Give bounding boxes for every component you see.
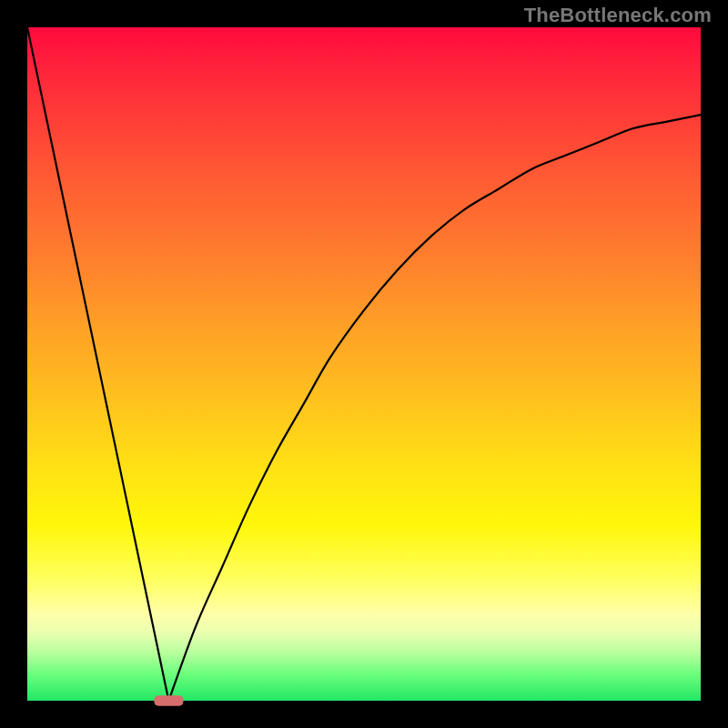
bottleneck-marker — [155, 696, 183, 705]
watermark-text: TheBottleneck.com — [524, 4, 712, 27]
plot-svg — [27, 27, 701, 701]
curve-right-branch — [168, 115, 701, 701]
chart-frame: TheBottleneck.com — [0, 0, 728, 728]
curve-left-branch — [27, 27, 168, 701]
plot-area — [27, 27, 701, 701]
